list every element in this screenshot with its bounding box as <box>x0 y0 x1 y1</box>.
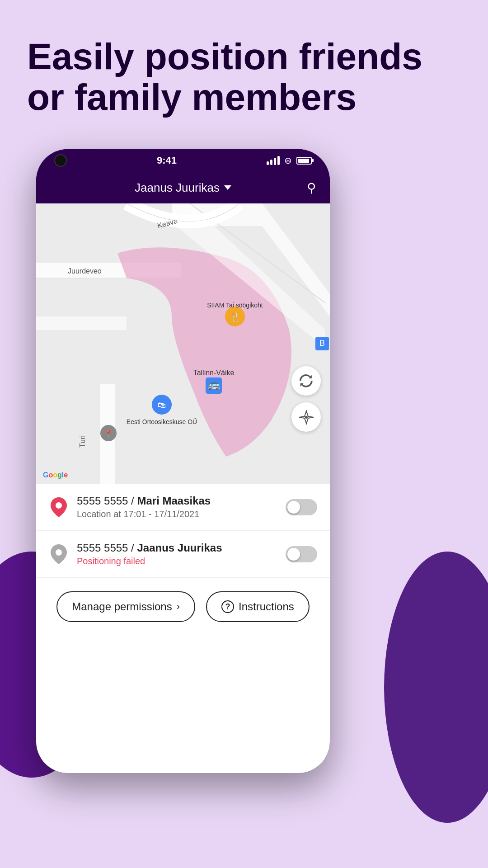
svg-text:B: B <box>319 339 325 348</box>
locate-button[interactable] <box>291 402 321 432</box>
wifi-icon: ⊛ <box>284 155 292 166</box>
map-svg: Keava Juurdeveo Turi 🚌 Tallinn-Väike <box>36 203 330 484</box>
app-header-title[interactable]: Jaanus Juurikas <box>135 181 231 195</box>
contact-info-mari: 5555 5555 / Mari Maasikas Location at 17… <box>77 495 277 519</box>
arrow-icon: › <box>177 601 180 613</box>
google-logo: Google <box>43 471 68 479</box>
svg-rect-7 <box>36 316 127 330</box>
status-icons: ⊛ <box>267 155 312 166</box>
poi-station: Tallinn-Väike <box>193 369 235 377</box>
app-header: Jaanus Juurikas ⚲ <box>36 172 330 203</box>
contact-info-jaanus: 5555 5555 / Jaanus Juurikas Positioning … <box>77 542 277 566</box>
svg-point-18 <box>305 416 308 419</box>
street-turi: Turi <box>79 435 86 448</box>
svg-text:🍴: 🍴 <box>230 311 241 322</box>
contact-row-mari: 5555 5555 / Mari Maasikas Location at 17… <box>36 484 330 531</box>
chevron-down-icon <box>224 185 231 190</box>
instructions-button[interactable]: ? Instructions <box>206 591 310 622</box>
signal-icon <box>267 156 280 165</box>
poi-restaurant: SIIAM Tai söögikoht <box>207 302 263 309</box>
action-buttons: Manage permissions › ? Instructions <box>36 578 330 636</box>
street-juurdeveo: Juurdeveo <box>68 267 102 275</box>
phone-frame: 9:41 ⊛ Jaanus Juurikas ⚲ <box>36 149 330 773</box>
contact-status-jaanus: Positioning failed <box>77 556 277 566</box>
question-icon: ? <box>221 600 234 613</box>
location-pin-icon-jaanus <box>49 544 69 564</box>
selected-user-name: Jaanus Juurikas <box>135 181 220 195</box>
svg-text:🚌: 🚌 <box>208 378 221 391</box>
bg-blob-right <box>384 552 488 823</box>
contact-row-jaanus: 5555 5555 / Jaanus Juurikas Positioning … <box>36 531 330 578</box>
refresh-button[interactable] <box>291 366 321 396</box>
contact-status-mari: Location at 17:01 - 17/11/2021 <box>77 509 277 519</box>
svg-text:📍: 📍 <box>104 429 113 438</box>
svg-point-23 <box>56 502 62 509</box>
toggle-jaanus[interactable] <box>286 546 317 562</box>
status-bar: 9:41 ⊛ <box>36 149 330 172</box>
manage-permissions-button[interactable]: Manage permissions › <box>56 591 195 622</box>
location-pin-icon-mari <box>49 497 69 517</box>
svg-point-24 <box>56 549 62 556</box>
headline-text: Easily position friends or family member… <box>27 36 461 118</box>
svg-text:🛍: 🛍 <box>158 401 166 410</box>
contact-phone-name-jaanus: 5555 5555 / Jaanus Juurikas <box>77 542 277 554</box>
toggle-mari[interactable] <box>286 499 317 515</box>
camera <box>54 154 67 167</box>
search-button[interactable]: ⚲ <box>307 180 316 195</box>
contact-phone-name-mari: 5555 5555 / Mari Maasikas <box>77 495 277 507</box>
headline: Easily position friends or family member… <box>27 36 461 118</box>
bottom-panel: 5555 5555 / Mari Maasikas Location at 17… <box>36 484 330 773</box>
status-time: 9:41 <box>157 155 177 166</box>
poi-shop: Eesti Ortoosikeskuse OÜ <box>127 418 197 425</box>
battery-icon <box>296 157 312 165</box>
map-area[interactable]: Keava Juurdeveo Turi 🚌 Tallinn-Väike <box>36 203 330 484</box>
